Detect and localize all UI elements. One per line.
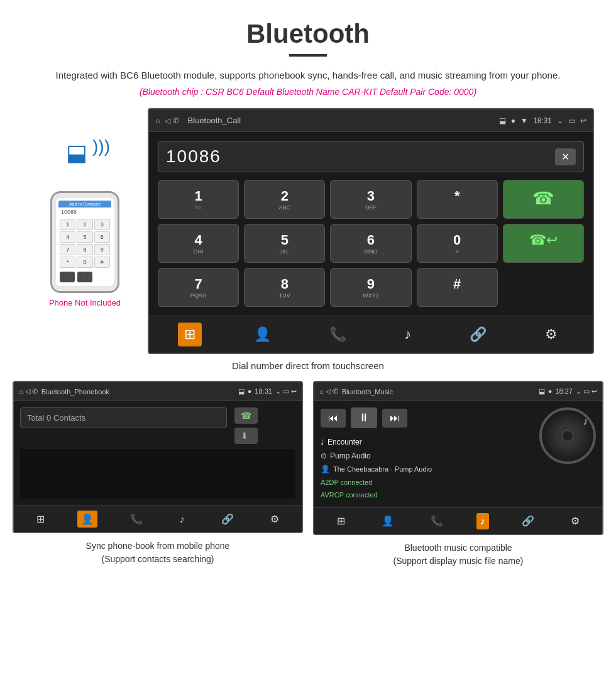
music-controls: ⏮ ⏸ ⏭ [321, 407, 533, 428]
pb-title: Bluetooth_Phonebook [41, 388, 234, 396]
main-screenshot-row: ⬓ ))) Add to Contacts 10086 1 2 3 4 5 6 … [0, 108, 616, 354]
phone-mockup: Add to Contacts 10086 1 2 3 4 5 6 7 8 9 … [50, 191, 119, 293]
phonebook-action-buttons: ☎ ⬇ [234, 407, 258, 444]
phonebook-status-bar: ⌂ ◁ ✆ Bluetooth_Phonebook ⬓ ● 18:31 ⌄ ▭ … [14, 382, 302, 401]
phonebook-screenshot: ⌂ ◁ ✆ Bluetooth_Phonebook ⬓ ● 18:31 ⌄ ▭ … [13, 381, 303, 533]
phone-not-included-label: Phone Not Included [49, 298, 121, 307]
prev-button[interactable]: ⏮ [321, 409, 346, 428]
phonebook-download-button[interactable]: ⬇ [234, 428, 258, 444]
back-icon: ↩ [580, 116, 586, 125]
backspace-button[interactable]: ✕ [555, 148, 576, 165]
phone-key-1: 1 [60, 219, 75, 230]
status-nav-icon: ◁ ✆ [165, 116, 179, 125]
signal-icon: ● [511, 116, 515, 125]
music-status-bar: ⌂ ◁ ✆ Bluetooth_Music ⬓ ● 18:27 ⌄ ▭ ↩ [314, 382, 602, 401]
title-divider [289, 54, 327, 57]
phone-key-9: 9 [94, 244, 110, 255]
pb-bottom-dialpad[interactable]: ⊞ [33, 511, 48, 528]
music-bottom-dialpad[interactable]: ⊞ [333, 512, 349, 529]
pb-signal: ● [248, 387, 252, 396]
dial-key-3[interactable]: 3DEF [330, 180, 411, 219]
phonebook-empty-area [20, 449, 295, 499]
music-bottom-contacts[interactable]: 👤 [378, 512, 398, 529]
music-bottom-bar: ⊞ 👤 📞 ♪ 🔗 ⚙ [314, 507, 602, 534]
pb-time: 18:31 [255, 387, 272, 396]
music-title: Bluetooth_Music [342, 388, 535, 396]
music-caption: Bluetooth music compatible (Support disp… [313, 541, 603, 568]
bottom-link-icon[interactable]: 🔗 [463, 323, 493, 346]
phone-key-6: 6 [94, 231, 110, 243]
bottom-music-icon[interactable]: ♪ [398, 323, 417, 346]
dialpad-grid: 1○○ 2ABC 3DEF * ☎ 4GHI [158, 180, 584, 307]
bluetooth-status-icon: ⬓ [499, 116, 506, 125]
phone-key-4: 4 [60, 231, 75, 243]
phone-screen: Add to Contacts 10086 1 2 3 4 5 6 7 8 9 … [56, 198, 114, 286]
a2dp-status: A2DP connected [321, 477, 533, 489]
music-info: ♩ Encounter ⊙ Pump Audio 👤 The Cheebacab… [321, 436, 533, 501]
end-call-button[interactable]: ☎↩ [503, 224, 584, 263]
phone-key-7: 7 [60, 244, 75, 255]
phonebook-content: Total 0 Contacts ☎ ⬇ [14, 401, 302, 506]
dial-key-6[interactable]: 6MNO [330, 224, 411, 263]
dialer-number-display: 10086 [166, 147, 555, 167]
call-button[interactable]: ☎ [503, 180, 584, 219]
phonebook-search-field[interactable]: Total 0 Contacts [20, 407, 227, 428]
pb-home-icon: ⌂ ◁ ✆ [19, 387, 38, 396]
bottom-row: ⌂ ◁ ✆ Bluetooth_Phonebook ⬓ ● 18:31 ⌄ ▭ … [0, 381, 616, 568]
music-bottom-link[interactable]: 🔗 [518, 512, 538, 529]
wifi-icon: ▼ [520, 116, 528, 125]
phone-key-hash: # [94, 257, 110, 268]
page-title: Bluetooth [0, 0, 616, 54]
pb-bottom-settings[interactable]: ⚙ [267, 511, 283, 528]
play-pause-button[interactable]: ⏸ [351, 407, 377, 428]
music-note-icon: ♩ Encounter [321, 436, 533, 450]
album-art-center [561, 429, 574, 442]
phonebook-caption: Sync phone-book from mobile phone (Suppo… [13, 539, 303, 566]
music-screenshot: ⌂ ◁ ✆ Bluetooth_Music ⬓ ● 18:27 ⌄ ▭ ↩ ⏮ … [313, 381, 603, 535]
bottom-call-icon[interactable]: 📞 [323, 323, 353, 346]
dial-key-4[interactable]: 4GHI [158, 224, 239, 263]
bottom-contacts-icon[interactable]: 👤 [248, 323, 277, 346]
dial-key-star[interactable]: * [417, 180, 498, 219]
description-text: Integrated with BC6 Bluetooth module, su… [0, 68, 616, 83]
dial-key-8[interactable]: 8TUV [244, 268, 325, 307]
music-disc-icon: ⊙ Pump Audio [321, 450, 533, 463]
status-home-icon: ⌂ [155, 116, 160, 125]
pb-bottom-music[interactable]: ♪ [176, 511, 189, 528]
bluetooth-symbol-icon: ⬓ [66, 140, 87, 166]
bottom-dialpad-icon[interactable]: ⊞ [178, 323, 202, 346]
bottom-settings-icon[interactable]: ⚙ [539, 323, 564, 346]
dial-key-hash[interactable]: # [417, 268, 498, 307]
dial-key-9[interactable]: 9WXYZ [330, 268, 411, 307]
pb-bottom-contacts[interactable]: 👤 [77, 511, 97, 528]
phone-key-8: 8 [77, 244, 92, 255]
music-bottom-settings[interactable]: ⚙ [567, 512, 583, 529]
status-right-area: ⬓ ● ▼ 18:31 ⌄ ▭ ↩ [499, 116, 586, 125]
pb-expand: ⌄ ▭ ↩ [275, 387, 297, 396]
dial-key-7[interactable]: 7PQRS [158, 268, 239, 307]
dial-key-5[interactable]: 5JKL [244, 224, 325, 263]
music-bt-icon: ⬓ [539, 387, 545, 396]
dialer-input-row: 10086 ✕ [158, 141, 584, 172]
music-home-icon: ⌂ ◁ ✆ [319, 387, 338, 396]
dial-key-0[interactable]: 0+ [417, 224, 498, 263]
pb-bottom-call[interactable]: 📞 [126, 511, 146, 528]
dial-key-2[interactable]: 2ABC [244, 180, 325, 219]
main-car-screen: ⌂ ◁ ✆ Bluetooth_Call ⬓ ● ▼ 18:31 ⌄ ▭ ↩ 1… [148, 108, 594, 354]
phonebook-call-button[interactable]: ☎ [234, 407, 258, 424]
clock: 18:31 [533, 116, 552, 125]
phone-key-star: * [60, 257, 75, 268]
dial-key-1[interactable]: 1○○ [158, 180, 239, 219]
music-artist-area: 👤 The Cheebacabra - Pump Audio [321, 463, 533, 477]
pb-bottom-link[interactable]: 🔗 [217, 511, 238, 528]
music-bottom-call[interactable]: 📞 [427, 512, 447, 529]
next-button[interactable]: ⏭ [382, 409, 407, 428]
avrcp-status: AVRCP connected [321, 489, 533, 502]
music-expand: ⌄ ▭ ↩ [576, 387, 597, 396]
music-card: ⌂ ◁ ✆ Bluetooth_Music ⬓ ● 18:27 ⌄ ▭ ↩ ⏮ … [313, 381, 603, 568]
phonebook-card: ⌂ ◁ ✆ Bluetooth_Phonebook ⬓ ● 18:31 ⌄ ▭ … [13, 381, 303, 568]
phone-side: ⬓ ))) Add to Contacts 10086 1 2 3 4 5 6 … [22, 108, 148, 307]
pb-bt-icon: ⬓ [238, 387, 245, 396]
music-bottom-music[interactable]: ♪ [476, 513, 489, 529]
car-dialer: 10086 ✕ 1○○ 2ABC 3DEF * ☎ [149, 132, 593, 316]
